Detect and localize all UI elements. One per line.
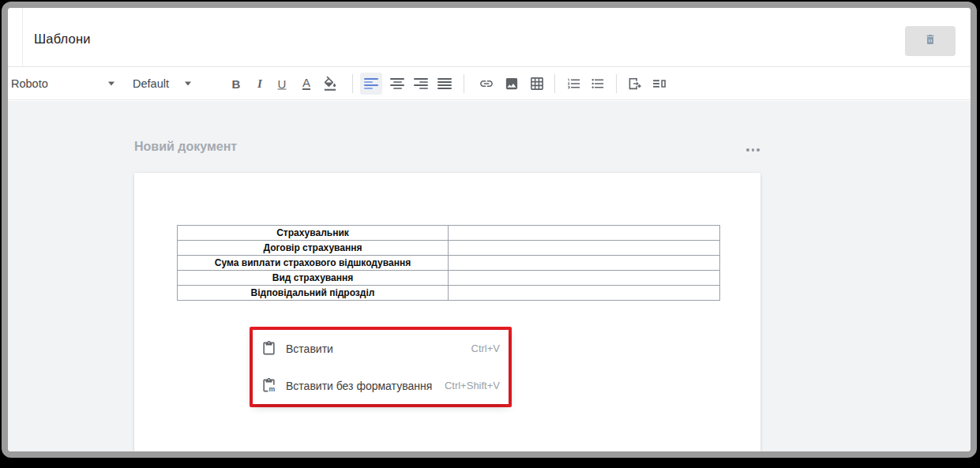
- document-page: Страхувальник Договір страхування Сума в…: [134, 173, 760, 451]
- formatting-toolbar: Roboto Default B I U A: [8, 68, 971, 100]
- paragraph-style-select[interactable]: Default: [133, 77, 169, 91]
- insert-table-icon[interactable]: [530, 77, 545, 92]
- menu-item-label: Вставити без форматування: [286, 380, 445, 392]
- menu-item-paste[interactable]: Вставити Ctrl+V: [253, 330, 509, 367]
- title-gutter-divider: [22, 8, 23, 67]
- fill-color-icon[interactable]: [323, 77, 338, 92]
- font-family-value: Roboto: [11, 77, 48, 90]
- insert-image-icon[interactable]: [505, 77, 520, 92]
- table-cell-value[interactable]: [449, 271, 720, 286]
- table-cell-label[interactable]: Страхувальник: [178, 226, 449, 241]
- align-left-button[interactable]: [360, 73, 382, 95]
- table-cell-label[interactable]: Договір страхування: [178, 241, 449, 256]
- align-justify-button[interactable]: [434, 73, 456, 95]
- toolbar-divider: [616, 74, 617, 93]
- table-cell-label[interactable]: Відповідальний підрозділ: [178, 286, 449, 301]
- menu-item-label: Вставити: [286, 343, 471, 355]
- paste-context-menu: Вставити Ctrl+V m Вставити без форматува…: [253, 330, 509, 404]
- chevron-down-icon: [108, 82, 115, 86]
- align-center-button[interactable]: [386, 73, 408, 95]
- menu-item-shortcut: Ctrl+V: [471, 343, 500, 354]
- align-left-icon: [364, 78, 378, 89]
- trash-icon: [924, 33, 937, 49]
- table-cell-value[interactable]: [449, 226, 720, 241]
- three-dots-icon[interactable]: [746, 148, 760, 152]
- table-cell-label[interactable]: Вид страхування: [178, 271, 449, 286]
- align-justify-icon: [437, 78, 452, 89]
- chevron-down-icon: [185, 82, 191, 86]
- italic-button[interactable]: I: [257, 77, 262, 91]
- paste-icon: [261, 341, 276, 356]
- align-center-icon: [390, 78, 404, 89]
- insert-link-icon[interactable]: [479, 77, 494, 92]
- template-editor-canvas: Новий документ Страхувальник Договір стр…: [8, 101, 971, 451]
- title-bar: Шаблони: [8, 8, 971, 67]
- table-row: Договір страхування: [178, 241, 720, 256]
- svg-text:m: m: [269, 385, 276, 393]
- align-right-button[interactable]: [410, 73, 432, 95]
- toolbar-divider: [464, 74, 464, 93]
- red-highlight-annotation: Вставити Ctrl+V m Вставити без форматува…: [250, 327, 512, 407]
- text-wrap-icon[interactable]: [652, 77, 667, 92]
- paste-without-formatting-icon: m: [261, 378, 276, 393]
- table-row: Страхувальник: [178, 226, 720, 241]
- table-row: Вид страхування: [178, 271, 720, 286]
- toolbar-divider: [352, 74, 353, 93]
- text-color-button[interactable]: A: [302, 77, 310, 90]
- table-cell-value[interactable]: [449, 241, 720, 256]
- document-title: Новий документ: [134, 140, 237, 154]
- export-page-icon[interactable]: [627, 77, 642, 92]
- table-cell-label[interactable]: Сума виплати страхового відшкодування: [178, 256, 449, 271]
- delete-template-button[interactable]: [905, 26, 956, 56]
- paragraph-style-value: Default: [133, 77, 169, 90]
- table-row: Сума виплати страхового відшкодування: [178, 256, 720, 271]
- app-window: Шаблони Roboto Default B I U A: [2, 2, 977, 458]
- page-title: Шаблони: [34, 32, 91, 47]
- bulleted-list-icon[interactable]: [591, 77, 606, 92]
- table-cell-value[interactable]: [449, 256, 720, 271]
- menu-item-shortcut: Ctrl+Shift+V: [445, 380, 500, 391]
- numbered-list-icon[interactable]: [567, 77, 582, 92]
- table-row: Відповідальний підрозділ: [178, 286, 720, 301]
- bold-button[interactable]: B: [232, 77, 241, 91]
- table-cell-value[interactable]: [449, 286, 720, 301]
- menu-item-paste-without-formatting[interactable]: m Вставити без форматування Ctrl+Shift+V: [253, 367, 509, 404]
- underline-button[interactable]: U: [278, 77, 287, 91]
- insurance-fields-table: Страхувальник Договір страхування Сума в…: [177, 225, 720, 301]
- align-right-icon: [414, 78, 428, 89]
- toolbar-divider: [554, 74, 555, 93]
- font-family-select[interactable]: Roboto: [11, 77, 48, 91]
